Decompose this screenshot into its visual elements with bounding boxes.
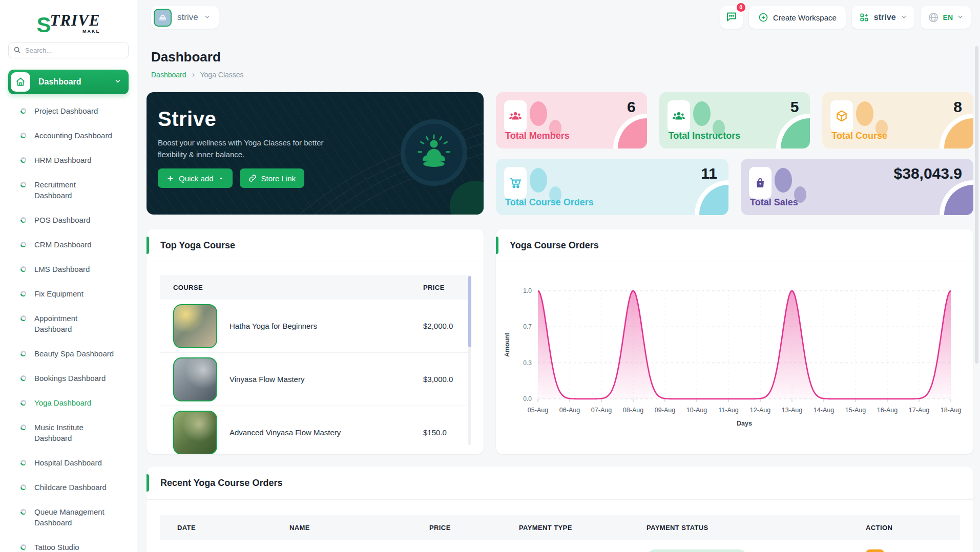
sidebar-item-label: LMS Dashboard [34,264,90,274]
language-selector[interactable]: EN [921,6,971,29]
stat-value: 11 [701,165,717,182]
caret-down-icon [218,176,224,181]
sidebar-item[interactable]: Music Institute Dashboard [8,422,129,443]
hero-banner: Strive Boost your wellness with Yoga Cla… [147,92,484,215]
stat-value: 8 [953,98,962,116]
sidebar-item-label: Bookings Dashboard [34,373,106,384]
page-scrollbar[interactable] [975,46,978,364]
top-courses-title: Top Yoga Course [160,240,235,251]
shopping-bag-icon [749,167,772,199]
sidebar-item[interactable]: Beauty Spa Dashboard [8,348,129,359]
sidebar-item[interactable]: Recruitment Dashboard [8,179,129,201]
svg-text:0.7: 0.7 [523,323,532,330]
workspace-selector[interactable]: strive [151,6,219,29]
view-order-button[interactable] [866,549,884,552]
sidebar-item-label: Accounting Dashboard [34,130,112,141]
cart-plus-icon [504,167,527,199]
sidebar-nav: Dashboard Project Dashboard Accounting D… [8,70,129,552]
brand-logo-tagline: MAKE [82,29,100,34]
course-name: Vinyasa Flow Mastery [230,375,304,384]
table-row: 25-10-2025 Ananya Sharma $849.0 Stripe D… [160,540,960,552]
sidebar-item-label: CRM Dashboard [34,239,92,250]
link-icon [248,174,257,182]
sidebar-item-label: HRM Dashboard [34,155,92,165]
sidebar-item[interactable]: Bookings Dashboard [8,373,129,384]
brand-logo-letter: S [36,16,50,34]
svg-text:07-Aug: 07-Aug [591,407,612,414]
stat-decoration [530,101,547,126]
stat-card-total-sales: $38,043.9 Total Sales [741,159,973,215]
sidebar-item[interactable]: Appointment Dashboard [8,313,129,334]
sidebar-item[interactable]: Fix Equipment [8,288,129,299]
table-scrollbar[interactable] [468,276,471,445]
sidebar-item[interactable]: Project Dashboard [8,105,129,116]
chart-title: Yoga Course Orders [510,240,599,251]
bullet-icon [20,133,26,138]
table-row[interactable]: Hatha Yoga for Beginners $2,000.0 [160,300,470,353]
bullet-icon [20,291,26,296]
stat-value: 5 [790,98,799,116]
sidebar-item-label: Tattoo Studio [34,542,79,552]
sidebar-item[interactable]: Accounting Dashboard [8,130,129,141]
sidebar-item-label: Project Dashboard [34,105,98,116]
chevron-down-icon [114,77,121,87]
sidebar-item-dashboard[interactable]: Dashboard [8,70,129,94]
bullet-icon [20,509,26,515]
course-thumbnail [173,411,217,455]
team-switcher[interactable]: strive [852,6,914,29]
sidebar-item-label: Beauty Spa Dashboard [34,348,114,359]
bullet-icon [20,400,26,406]
recent-orders-table-header: DATE NAME PRICE PAYMENT TYPE PAYMENT STA… [160,515,960,540]
sidebar-item-label: Childcare Dashboard [34,482,107,493]
brand-logo: S TRIVE MAKE [0,0,137,34]
breadcrumb-separator-icon [191,72,196,78]
store-link-label: Store Link [261,174,296,183]
sidebar-item[interactable]: Queue Management Dashboard [8,506,129,528]
bullet-icon [20,108,26,114]
stat-card-total-members: 6 Total Members [496,92,647,148]
home-icon [11,72,30,92]
quick-add-button[interactable]: Quick add [158,168,233,188]
column-header-name: NAME [289,524,429,532]
recent-orders-card: Recent Yoga Course Orders DATE NAME PRIC… [147,466,973,552]
column-header-payment-status: PAYMENT STATUS [647,524,866,532]
sidebar-item[interactable]: LMS Dashboard [8,264,129,274]
hero-title: Strive [158,108,472,131]
breadcrumb-root-link[interactable]: Dashboard [151,71,186,79]
sidebar: S TRIVE MAKE Dashboard Project Dash [0,0,137,552]
bullet-icon [20,424,26,430]
stat-decoration [530,168,547,193]
bullet-icon [20,544,26,550]
course-name: Hatha Yoga for Beginners [230,322,317,330]
stat-value: 6 [627,98,636,116]
sidebar-item[interactable]: Yoga Dashboard [8,397,129,408]
building-icon [154,9,172,27]
sidebar-item-label: POS Dashboard [34,215,90,225]
stat-value: $38,043.9 [894,165,962,182]
scrollbar-thumb[interactable] [468,276,471,347]
store-link-button[interactable]: Store Link [240,168,305,188]
bullet-icon [20,484,26,490]
bullet-icon [20,460,26,465]
svg-text:05-Aug: 05-Aug [528,407,548,414]
sidebar-item[interactable]: Tattoo Studio [8,542,129,552]
table-row[interactable]: Advanced Vinyasa Flow Mastery $150.0 [160,406,470,454]
search-input[interactable] [8,42,129,58]
svg-text:0.3: 0.3 [523,359,532,367]
sidebar-item[interactable]: POS Dashboard [8,215,129,225]
svg-text:1.0: 1.0 [523,287,532,294]
quick-add-label: Quick add [179,174,214,183]
globe-icon [928,12,939,23]
sidebar-item-label: Recruitment Dashboard [34,179,115,201]
language-label: EN [943,13,953,22]
create-workspace-button[interactable]: Create Workspace [749,6,846,29]
sidebar-item[interactable]: Childcare Dashboard [8,482,129,493]
sidebar-item[interactable]: HRM Dashboard [8,155,129,165]
table-row[interactable]: Vinyasa Flow Mastery $3,000.0 [160,353,470,406]
bullet-icon [20,157,26,163]
chat-button[interactable]: 0 [720,6,743,29]
stat-decoration [775,168,792,193]
search-icon [13,46,21,56]
sidebar-item[interactable]: Hospital Dashboard [8,457,129,468]
sidebar-item[interactable]: CRM Dashboard [8,239,129,250]
